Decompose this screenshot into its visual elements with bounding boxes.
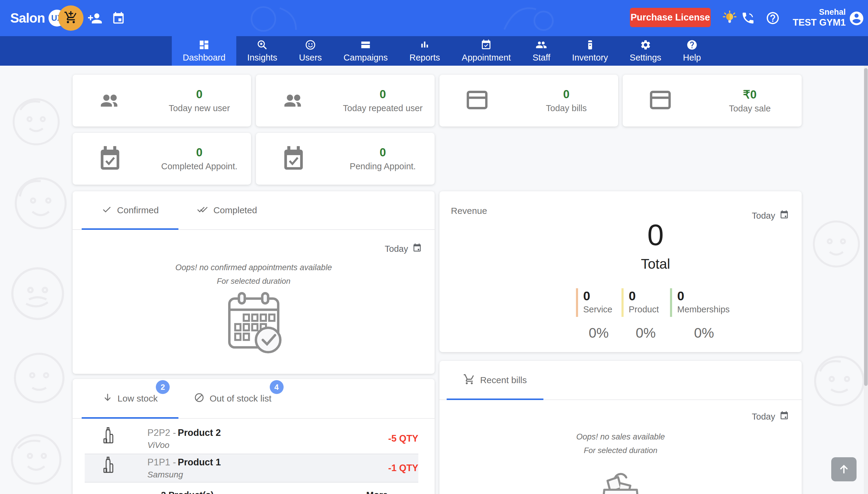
slash-circle-icon (194, 392, 205, 405)
revenue-date-filter[interactable]: Today (752, 210, 789, 222)
tab-staff[interactable]: Staff (522, 36, 561, 66)
product-brand: Samsung (147, 470, 221, 479)
out-of-stock-count-badge: 4 (270, 380, 283, 394)
tab-reports[interactable]: Reports (399, 36, 451, 66)
metric-memberships: 0 Memberships 0% (670, 288, 738, 341)
tab-help[interactable]: Help (672, 36, 712, 66)
empty-line1: Oops! no sales available (439, 432, 802, 442)
metric-value: 0 (629, 289, 670, 303)
stat-card-pending-appoint: 0 Pending Appoint. (256, 133, 435, 185)
scrollbar-thumb[interactable] (864, 68, 868, 386)
tab-dashboard[interactable]: Dashboard (172, 36, 236, 66)
help-circle-icon (765, 11, 780, 26)
calendar-quick-button[interactable] (112, 12, 125, 26)
brand-logo[interactable]: Salon UX (10, 0, 66, 36)
product-name: Product 2 (178, 428, 221, 438)
tab-settings[interactable]: Settings (619, 36, 672, 66)
purchase-license-button[interactable]: Purchase License (630, 8, 711, 27)
inventory-container-icon (585, 39, 596, 51)
tab-appointment[interactable]: Appointment (451, 36, 522, 66)
stock-more-link[interactable]: More (366, 490, 388, 494)
tab-label: Dashboard (183, 53, 225, 63)
revenue-metrics: 0 Service 0% 0 Product 0% 0 Memberships … (576, 288, 738, 341)
tab-label: Staff (533, 53, 550, 63)
calendar-check-icon (480, 39, 492, 51)
tab-label: Confirmed (117, 205, 159, 215)
metric-value: 0 (677, 289, 738, 303)
tab-label: Users (299, 53, 322, 63)
stock-row-product1[interactable]: P1P1 -Product 1 Samsung -1 QTY (85, 454, 418, 482)
tab-recent-bills[interactable]: Recent bills (447, 361, 543, 399)
user-menu[interactable]: Snehal TEST GYM1 (793, 7, 846, 28)
doodle-face (4, 343, 74, 413)
recent-bills-date-filter[interactable]: Today (752, 411, 789, 423)
stat-value: 0 (148, 88, 251, 101)
tab-completed[interactable]: Completed (179, 191, 275, 229)
revenue-panel: Revenue Today 0 Total 0 Service 0% 0 Pro… (439, 191, 802, 352)
stat-label: Today sale (698, 103, 802, 114)
tab-label: Help (683, 53, 701, 63)
stock-footer: 2 Product(s) More (73, 489, 435, 494)
doodle-face (3, 87, 69, 154)
support-call-button[interactable] (741, 11, 755, 26)
dashboard-icon (198, 39, 210, 51)
help-filled-icon (686, 39, 698, 51)
appointments-panel: Confirmed Completed Today Oops! no confi… (73, 191, 435, 374)
appointments-tabs: Confirmed Completed (73, 191, 435, 230)
doodle-face (803, 211, 868, 277)
stat-card-today-new-user: 0 Today new user (73, 75, 251, 127)
appointments-date-filter[interactable]: Today (385, 243, 422, 255)
avatar[interactable] (848, 10, 865, 28)
doodle-face (1, 256, 74, 328)
doodle-face (1, 425, 71, 494)
calendar-small-icon (779, 411, 789, 423)
tab-inventory[interactable]: Inventory (561, 36, 619, 66)
app-header: Salon UX Purchase License (0, 0, 868, 36)
tab-low-stock[interactable]: Low stock 2 (82, 379, 179, 418)
header-help-button[interactable] (765, 11, 780, 26)
tab-label: Low stock (117, 393, 158, 403)
double-check-icon (197, 204, 208, 217)
scrollbar-track[interactable] (864, 66, 868, 494)
tab-users[interactable]: Users (288, 36, 333, 66)
tab-insights[interactable]: Insights (236, 36, 288, 66)
account-circle-icon (848, 10, 865, 28)
recent-bills-empty-state: Oops! no sales available For selected du… (439, 432, 802, 455)
calendar-small-icon (412, 243, 422, 255)
tab-campaigns[interactable]: Campaigns (333, 36, 399, 66)
whats-new-button[interactable] (722, 10, 738, 27)
brand-name: Salon (10, 11, 45, 25)
metric-service: 0 Service 0% (576, 288, 622, 341)
metric-value: 0 (583, 289, 622, 303)
stock-product-count: 2 Product(s) (161, 490, 214, 494)
metric-product: 0 Product 0% (622, 288, 670, 341)
revenue-total-value: 0 (571, 219, 740, 251)
stat-label: Completed Appoint. (148, 162, 251, 171)
stat-label: Pending Appoint. (331, 162, 435, 171)
stock-tabs: Low stock 2 Out of stock list 4 (73, 379, 435, 419)
cosmetics-product-icon (100, 456, 117, 480)
stock-row-product2[interactable]: P2P2 -Product 2 ViVoo -5 QTY (85, 423, 418, 454)
add-user-quick-button[interactable] (87, 11, 103, 27)
metric-label: Product (629, 305, 670, 315)
users-group-icon (95, 86, 125, 116)
quick-sale-cart-button[interactable] (58, 5, 84, 31)
metric-label: Service (583, 305, 622, 315)
tab-label: Inventory (572, 53, 608, 63)
tab-confirmed[interactable]: Confirmed (82, 191, 179, 229)
check-icon (101, 204, 112, 217)
user-name: Snehal (793, 7, 846, 17)
calendar-icon (112, 12, 125, 26)
product-name: Product 1 (178, 457, 221, 468)
campaign-card-icon (360, 39, 371, 51)
users-group-icon (279, 86, 308, 116)
calendar-illustration (73, 290, 435, 357)
user-org: TEST GYM1 (793, 17, 846, 28)
arrow-up-icon (837, 462, 851, 477)
product-qty: -5 QTY (388, 433, 418, 444)
stat-value: 0 (515, 88, 618, 101)
scroll-to-top-button[interactable] (831, 457, 856, 481)
tab-out-of-stock[interactable]: Out of stock list 4 (179, 379, 287, 418)
empty-line1: Oops! no confirmed appointments availabl… (73, 263, 435, 272)
main-nav: Dashboard Insights Users Campaigns Repor… (0, 36, 868, 66)
